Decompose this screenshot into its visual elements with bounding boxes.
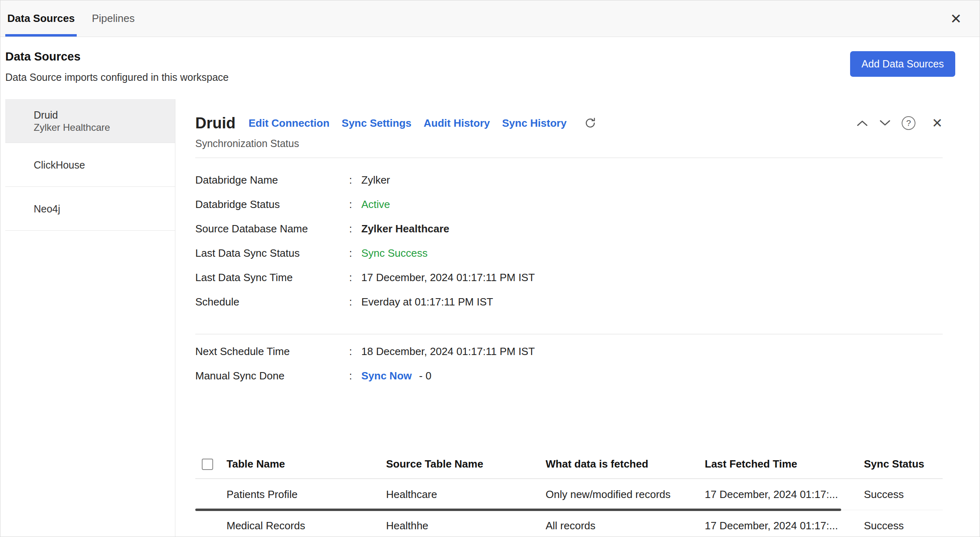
sidebar-item-subtitle: Zylker Healthcare <box>34 121 175 134</box>
sidebar-item-neo4j[interactable]: Neo4j <box>5 187 175 231</box>
column-header-sync-status: Sync Status <box>864 458 943 470</box>
sync-status-subtitle: Synchronization Status <box>195 137 943 149</box>
sidebar-item-name: ClickHouse <box>34 158 175 171</box>
detail-label: Databridge Status <box>195 198 349 211</box>
tab-data-sources[interactable]: Data Sources <box>5 0 77 37</box>
panel-toolbar: ? ✕ <box>856 115 943 131</box>
column-header-last-fetched-time: Last Fetched Time <box>705 458 864 470</box>
detail-label: Last Data Sync Status <box>195 247 349 260</box>
colon: : <box>349 223 358 235</box>
checkbox-cell <box>195 459 227 470</box>
tab-pipelines[interactable]: Pipelines <box>90 0 137 37</box>
sidebar: Druid Zylker Healthcare ClickHouse Neo4j <box>0 99 175 537</box>
cell-table-name: Patients Profile <box>227 488 386 501</box>
databridge-status-value: Active <box>361 198 390 211</box>
sync-details: Databridge Name : Zylker Databridge Stat… <box>195 168 943 314</box>
detail-row: Last Data Sync Status : Sync Success <box>195 241 943 265</box>
colon: : <box>349 296 358 308</box>
audit-history-link[interactable]: Audit History <box>423 117 490 130</box>
cell-source-table-name: Healthcare <box>386 488 546 501</box>
detail-label: Schedule <box>195 296 349 308</box>
panel-links: Edit Connection Sync Settings Audit Hist… <box>248 117 596 130</box>
window-close-icon[interactable]: ✕ <box>950 0 962 37</box>
cell-sync-status: Success <box>864 488 943 501</box>
column-header-table-name: Table Name <box>227 458 386 470</box>
panel-header: Druid Edit Connection Sync Settings Audi… <box>195 114 943 132</box>
detail-row: Last Data Sync Time : 17 December, 2024 … <box>195 265 943 290</box>
refresh-icon[interactable] <box>584 117 597 130</box>
divider <box>195 334 943 334</box>
detail-value: 18 December, 2024 01:17:11 PM IST <box>361 345 535 358</box>
datasource-detail-panel: Druid Edit Connection Sync Settings Audi… <box>175 99 980 537</box>
table-row[interactable]: Patients Profile Healthcare Only new/mod… <box>195 479 943 510</box>
detail-value: Zylker <box>361 174 390 186</box>
detail-row: Databridge Name : Zylker <box>195 168 943 192</box>
cell-what-data-is-fetched: Only new/modified records <box>546 488 705 501</box>
cell-source-table-name: Healthhe <box>386 520 546 532</box>
sync-now-link[interactable]: Sync Now <box>361 370 412 382</box>
chevron-up-icon[interactable] <box>856 119 868 127</box>
tab-data-sources-label: Data Sources <box>7 12 75 25</box>
column-header-source-table-name: Source Table Name <box>386 458 546 470</box>
chevron-down-icon[interactable] <box>879 119 891 127</box>
tab-pipelines-label: Pipelines <box>92 12 135 25</box>
content-area: Druid Zylker Healthcare ClickHouse Neo4j… <box>0 99 980 537</box>
help-icon[interactable]: ? <box>902 116 915 130</box>
datasource-title: Druid <box>195 115 235 132</box>
top-tab-bar: Data Sources Pipelines ✕ <box>0 0 980 37</box>
detail-row: Databridge Status : Active <box>195 192 943 217</box>
select-all-checkbox[interactable] <box>202 459 213 470</box>
cell-what-data-is-fetched: All records <box>546 520 705 532</box>
detail-label: Manual Sync Done <box>195 370 349 382</box>
detail-row: Next Schedule Time : 18 December, 2024 0… <box>195 339 943 364</box>
tables-list: Table Name Source Table Name What data i… <box>195 450 943 537</box>
cell-sync-status: Success <box>864 520 943 532</box>
sync-settings-link[interactable]: Sync Settings <box>342 117 412 130</box>
table-header-row: Table Name Source Table Name What data i… <box>195 450 943 479</box>
colon: : <box>349 198 358 211</box>
detail-label: Last Data Sync Time <box>195 271 349 284</box>
detail-value: Everday at 01:17:11 PM IST <box>361 296 493 308</box>
sidebar-item-name: Neo4j <box>34 202 175 215</box>
table-row[interactable]: Medical Records Healthhe All records 17 … <box>195 510 943 537</box>
manual-sync-count: - 0 <box>419 370 431 382</box>
schedule-details: Next Schedule Time : 18 December, 2024 0… <box>195 339 943 388</box>
cell-table-name: Medical Records <box>227 520 386 532</box>
active-tab-underline <box>5 34 77 37</box>
page-header: Data Sources Data Source imports configu… <box>0 37 980 99</box>
data-sources-window: Data Sources Pipelines ✕ Data Sources Da… <box>0 0 980 537</box>
page-subtitle: Data Source imports configured in this w… <box>5 71 980 83</box>
detail-row: Source Database Name : Zylker Healthcare <box>195 217 943 241</box>
detail-value: Zylker Healthcare <box>361 223 449 235</box>
sync-status-value: Sync Success <box>361 247 427 260</box>
sync-history-link[interactable]: Sync History <box>502 117 567 130</box>
detail-row: Schedule : Everday at 01:17:11 PM IST <box>195 290 943 314</box>
colon: : <box>349 370 358 382</box>
colon: : <box>349 345 358 358</box>
cell-last-fetched-time: 17 December, 2024 01:17:... <box>705 488 864 501</box>
colon: : <box>349 174 358 186</box>
add-data-sources-button[interactable]: Add Data Sources <box>850 51 955 77</box>
sidebar-item-clickhouse[interactable]: ClickHouse <box>5 143 175 187</box>
sidebar-item-name: Druid <box>34 108 175 121</box>
page-title: Data Sources <box>5 37 980 64</box>
edit-connection-link[interactable]: Edit Connection <box>248 117 329 130</box>
detail-label: Databridge Name <box>195 174 349 186</box>
detail-value: 17 December, 2024 01:17:11 PM IST <box>361 271 535 284</box>
cell-last-fetched-time: 17 December, 2024 01:17:... <box>705 520 864 532</box>
detail-label: Next Schedule Time <box>195 345 349 358</box>
colon: : <box>349 247 358 260</box>
divider <box>195 158 943 158</box>
detail-label: Source Database Name <box>195 223 349 235</box>
panel-close-icon[interactable]: ✕ <box>932 115 943 131</box>
sidebar-item-druid[interactable]: Druid Zylker Healthcare <box>5 99 175 143</box>
horizontal-scrollbar-thumb[interactable] <box>195 509 841 511</box>
manual-sync-row: Manual Sync Done : Sync Now - 0 <box>195 364 943 388</box>
column-header-what-data-is-fetched: What data is fetched <box>546 458 705 470</box>
colon: : <box>349 271 358 284</box>
